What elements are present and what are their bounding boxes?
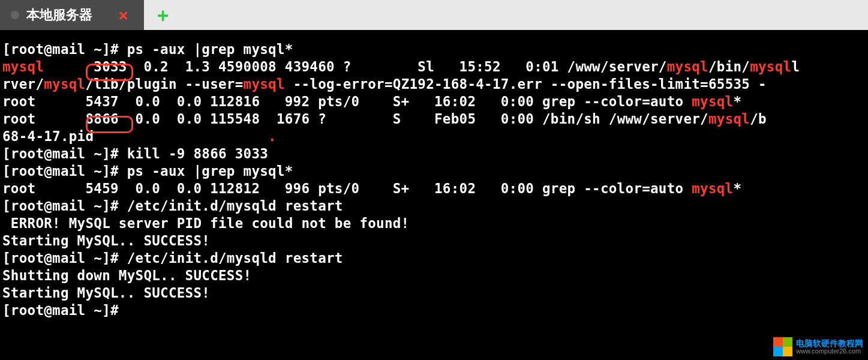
prompt: [root@mail ~]# [2, 146, 119, 161]
hl-mysql: mysql [44, 76, 85, 92]
prompt: [root@mail ~]# [2, 250, 119, 266]
watermark-url: www.computer26.com [796, 348, 863, 355]
tab-title: 本地服务器 [26, 6, 106, 24]
ps-line: --log-error=QZ192-168-4-17.err --open-fi… [285, 76, 767, 92]
command: kill -9 8866 3033 [119, 146, 268, 161]
command: /etc/init.d/mysqld restart [119, 198, 343, 214]
ps-line: 0.2 1.3 4590008 439460 ? Sl 15:52 0:01 /… [127, 59, 667, 74]
error-line: ERROR! MySQL server PID file could not b… [2, 215, 409, 231]
ps-user: mysql [2, 59, 44, 74]
ps-line: root 5459 0.0 0.0 112812 996 pts/0 S+ 16… [2, 181, 692, 196]
hl-mysql: mysql [244, 76, 285, 92]
command: /etc/init.d/mysqld restart [119, 250, 343, 266]
ps-pid: 3033 [94, 59, 127, 74]
prompt: [root@mail ~]# [2, 163, 119, 179]
hl-mysql: mysql [667, 59, 708, 74]
command: ps -aux |grep mysql* [119, 41, 293, 57]
ps-line: * [733, 94, 741, 109]
hl-mysql: mysql [692, 181, 733, 196]
ps-line: /bin/ [708, 59, 750, 74]
ps-line: /lib/plugin --user= [85, 76, 243, 92]
status-line: Starting MySQL.. SUCCESS! [2, 233, 210, 248]
tab-bar: 本地服务器 × + [0, 0, 868, 30]
hl-mysql: mysql [708, 111, 750, 127]
hl-mysql: mysql [692, 94, 733, 109]
ps-line: * [733, 181, 741, 196]
ps-line: root 5437 0.0 0.0 112816 992 pts/0 S+ 16… [2, 94, 692, 109]
status-line: Starting MySQL.. SUCCESS! [2, 285, 210, 301]
dot-icon: . [268, 128, 277, 144]
windows-logo-icon [773, 337, 792, 356]
prompt: [root@mail ~]# [2, 41, 119, 57]
tab-local-server[interactable]: 本地服务器 × [0, 0, 144, 30]
status-line: Shutting down MySQL.. SUCCESS! [2, 268, 251, 283]
watermark: 电脑软硬件教程网 www.computer26.com [773, 337, 863, 356]
tab-status-dot-icon [11, 11, 19, 19]
ps-line: /b [750, 111, 767, 127]
command: ps -aux |grep mysql* [119, 163, 293, 179]
prompt: [root@mail ~]# [2, 198, 119, 214]
plus-icon: + [157, 4, 169, 26]
ps-line: rver/ [2, 76, 44, 92]
ps-line: root [2, 111, 85, 127]
watermark-title: 电脑软硬件教程网 [796, 339, 863, 348]
terminal-output[interactable]: [root@mail ~]# ps -aux |grep mysql* mysq… [0, 30, 868, 322]
add-tab-button[interactable]: + [144, 0, 182, 30]
ps-line: 0.0 0.0 115548 1676 ? S Feb05 0:00 /bin/… [119, 111, 708, 127]
close-icon[interactable]: × [113, 5, 133, 25]
prompt: [root@mail ~]# [2, 302, 119, 318]
ps-line: 68-4-17.pid [2, 128, 94, 144]
ps-line: l [791, 59, 800, 74]
hl-mysql: mysql [750, 59, 791, 74]
ps-pid: 8866 [85, 111, 118, 127]
